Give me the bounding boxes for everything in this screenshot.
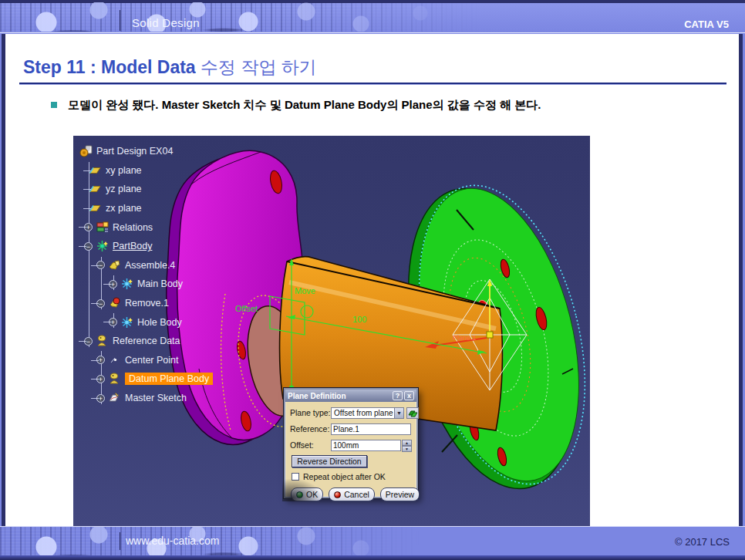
tree-item-xy-plane[interactable]: xy plane: [78, 161, 260, 180]
expander-plus-icon[interactable]: +: [96, 394, 105, 403]
footer-separator: [120, 532, 120, 550]
partbody-icon: [96, 240, 109, 252]
tree-item-remove-1[interactable]: −Remove.1: [78, 294, 260, 313]
expander-plus-icon[interactable]: +: [96, 356, 105, 364]
brand-label: CATIA V5: [684, 19, 729, 30]
title-korean: 수정 작업 하기: [201, 57, 317, 77]
tree-item-label: Main Body: [137, 278, 183, 289]
expander-minus-icon[interactable]: −: [84, 242, 93, 251]
plane-icon: [89, 202, 102, 214]
plane-type-label: Plane type:: [290, 408, 331, 417]
remove-icon: [108, 297, 121, 309]
repeat-object-checkbox[interactable]: [292, 473, 299, 481]
relations-icon: [96, 221, 109, 234]
expander-plus-icon[interactable]: +: [84, 223, 93, 231]
sketch-icon: [108, 392, 121, 404]
expander-minus-icon[interactable]: −: [96, 299, 105, 308]
tree-item-assemble-4[interactable]: −Assemble.4: [78, 256, 260, 275]
tree-item-reference-data[interactable]: −Reference Data: [78, 332, 260, 351]
body-icon: [120, 278, 133, 290]
cancel-button[interactable]: Cancel: [329, 487, 375, 501]
offset-input[interactable]: [331, 440, 401, 451]
expander-minus-icon[interactable]: −: [96, 261, 105, 269]
expander-plus-icon[interactable]: +: [96, 375, 105, 383]
tree-item-label: yz plane: [106, 184, 142, 194]
cancel-red-icon: [334, 491, 341, 498]
tree-item-label: PartBody: [113, 241, 152, 251]
expander-plus-icon[interactable]: +: [109, 280, 117, 288]
plane-definition-dialog: Plane Definition ? x Plane type: Offset …: [284, 388, 418, 498]
plane-label: Plane.1: [453, 334, 477, 342]
tree-item-partbody[interactable]: −PartBody: [78, 237, 260, 256]
repeat-object-label: Repeat object after OK: [303, 472, 386, 481]
reference-input[interactable]: [331, 423, 411, 435]
dialog-title: Plane Definition: [288, 392, 393, 400]
tree-item-center-point[interactable]: +Center Point: [78, 351, 260, 370]
move-label: Move: [295, 286, 315, 295]
tree-item-hole-body[interactable]: +Hole Body: [78, 312, 260, 332]
close-button[interactable]: x: [404, 391, 414, 400]
content-area: Step 11 : Model Data 수정 작업 하기 모델이 완성 됐다.…: [2, 34, 743, 526]
tree-item-label: Master Sketch: [125, 393, 187, 403]
tree-item-label: Part Design EX04: [96, 146, 173, 157]
offset-spinner[interactable]: ▲▼: [402, 440, 412, 451]
tree-item-label: zx plane: [106, 203, 142, 214]
assemble-icon: [108, 259, 121, 272]
plane-icon: [89, 164, 102, 177]
footer-bar: www.edu-catia.com © 2017 LCS: [0, 526, 745, 560]
plane-type-select[interactable]: Offset from plane ▼: [331, 407, 404, 419]
tree-item-yz-plane[interactable]: yz plane: [78, 180, 260, 199]
ok-green-icon: [296, 491, 303, 498]
tree-item-relations[interactable]: +Relations: [78, 218, 260, 237]
dialog-titlebar[interactable]: Plane Definition ? x: [285, 390, 416, 402]
plane-type-value: Offset from plane: [334, 409, 394, 417]
refdata-icon: [96, 335, 109, 347]
expander-minus-icon[interactable]: −: [84, 337, 93, 346]
offset-plane-icon-button[interactable]: [406, 407, 419, 419]
tree-item-part-design-ex04[interactable]: Part Design EX04: [78, 142, 260, 161]
header-separator: [120, 10, 120, 31]
tree-item-label: Reference Data: [113, 336, 180, 346]
plane-icon: [89, 183, 102, 195]
ok-label: OK: [306, 490, 318, 499]
point-icon: [108, 354, 121, 366]
ok-button[interactable]: OK: [291, 487, 323, 501]
website-link[interactable]: www.edu-catia.com: [126, 535, 219, 547]
spinner-down-icon[interactable]: ▼: [402, 446, 412, 452]
page-title: Step 11 : Model Data 수정 작업 하기: [23, 57, 739, 77]
header-bar: Solid Design CATIA V5: [0, 0, 745, 33]
expander-plus-icon[interactable]: +: [109, 318, 117, 326]
preview-button[interactable]: Preview: [380, 487, 420, 501]
catia-viewport: Plane.1 Move Offset 100: [73, 136, 590, 526]
reverse-direction-button[interactable]: Reverse Direction: [292, 455, 367, 467]
reference-label: Reference:: [290, 424, 331, 433]
title-underline: [19, 83, 726, 85]
tree-item-main-body[interactable]: +Main Body: [78, 275, 260, 294]
help-button[interactable]: ?: [393, 391, 403, 400]
tree-item-label: Hole Body: [137, 317, 182, 328]
preview-label: Preview: [386, 490, 414, 499]
course-title: Solid Design: [132, 16, 200, 29]
offset-plane-icon: [408, 409, 417, 417]
tree-item-master-sketch[interactable]: +Master Sketch: [78, 389, 260, 408]
spec-tree: Part Design EX04xy planeyz planezx plane…: [78, 142, 260, 407]
copyright-text: © 2017 LCS: [675, 536, 730, 548]
title-english: Step 11 : Model Data: [23, 57, 196, 77]
part-icon: [79, 145, 93, 157]
select-dropdown-icon[interactable]: ▼: [394, 408, 403, 418]
tree-item-label: Assemble.4: [125, 260, 175, 271]
dimension-value: 100: [352, 315, 366, 324]
tree-item-zx-plane[interactable]: zx plane: [78, 199, 260, 218]
slide: Solid Design CATIA V5 Step 11 : Model Da…: [0, 0, 745, 560]
bullet-text: 모델이 완성 됐다. Master Sketch 치수 및 Datum Plan…: [68, 98, 541, 113]
refdata-icon: [108, 373, 121, 385]
tree-item-label: xy plane: [106, 165, 142, 176]
tree-item-datum-plane-body[interactable]: +Datum Plane Body: [78, 369, 260, 389]
bullet-row: 모델이 완성 됐다. Master Sketch 치수 및 Datum Plan…: [51, 98, 739, 113]
bullet-square-icon: [51, 102, 57, 108]
spinner-up-icon[interactable]: ▲: [402, 440, 412, 446]
tree-item-label: Relations: [113, 222, 153, 233]
offset-field-label: Offset:: [290, 440, 331, 450]
header-circuit-pattern: [0, 2, 494, 32]
tree-item-label: Datum Plane Body: [125, 373, 213, 385]
